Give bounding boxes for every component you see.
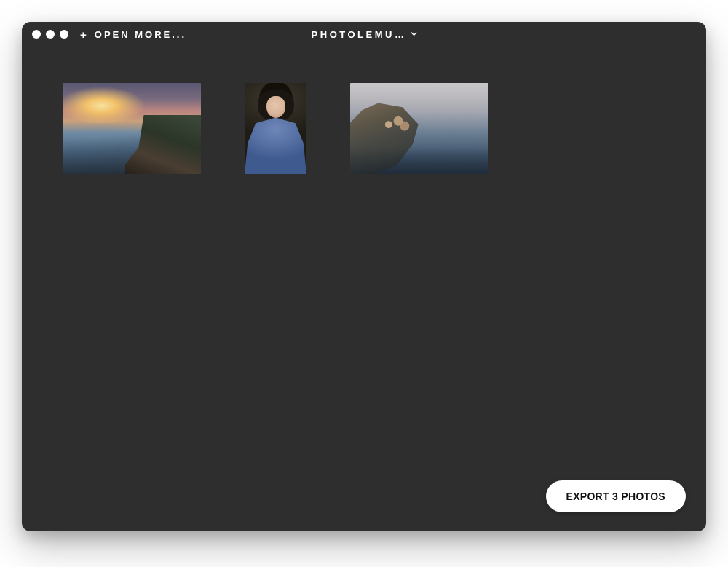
export-button-label: EXPORT 3 PHOTOS	[566, 491, 666, 502]
photo-grid	[22, 47, 706, 174]
app-title-label: PHOTOLEMU…	[312, 29, 407, 40]
photo-thumbnail[interactable]	[350, 83, 488, 174]
open-more-button[interactable]: + OPEN MORE...	[80, 28, 186, 41]
close-window-button[interactable]	[32, 30, 41, 39]
export-button[interactable]: EXPORT 3 PHOTOS	[546, 480, 687, 512]
photo-thumbnail[interactable]	[63, 83, 201, 174]
plus-icon: +	[80, 28, 89, 41]
open-more-label: OPEN MORE...	[95, 29, 186, 40]
photo-thumbnail[interactable]	[245, 83, 306, 174]
chevron-down-icon	[411, 32, 416, 36]
titlebar: + OPEN MORE... PHOTOLEMU…	[22, 22, 706, 47]
app-title-dropdown[interactable]: PHOTOLEMU…	[312, 29, 417, 40]
window-controls	[32, 30, 68, 39]
minimize-window-button[interactable]	[46, 30, 55, 39]
maximize-window-button[interactable]	[60, 30, 68, 39]
app-window: + OPEN MORE... PHOTOLEMU… EXPORT 3 PHOTO…	[22, 22, 706, 531]
